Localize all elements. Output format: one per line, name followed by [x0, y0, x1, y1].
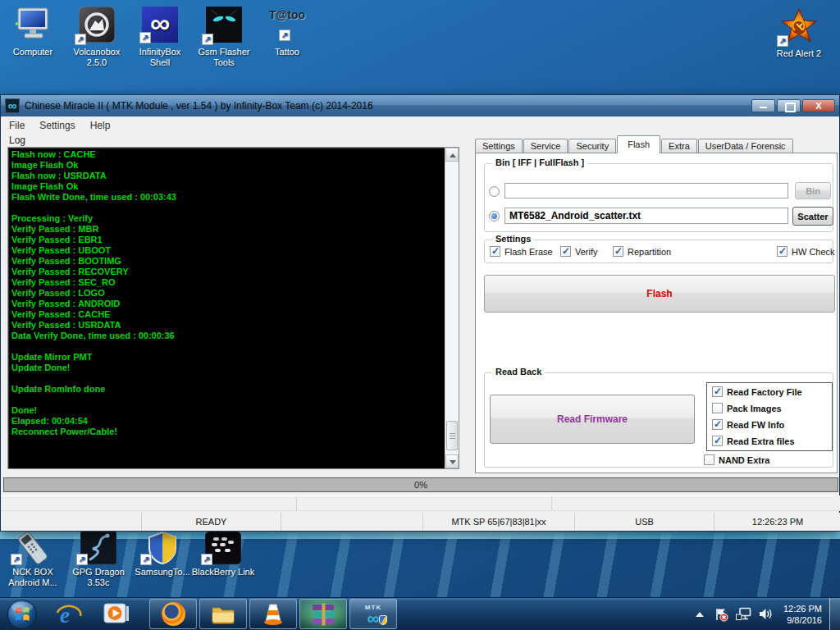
desktop-icon-label: Gsm Flasher Tools: [192, 47, 256, 68]
bin-radio[interactable]: [489, 186, 500, 197]
checkbox-read-extra-files[interactable]: Read Extra files: [712, 436, 795, 446]
scrollbar-thumb[interactable]: [446, 421, 458, 450]
verify-checkbox-icon[interactable]: [560, 246, 571, 257]
desktop-icon-label: Volcanobox 2.5.0: [65, 47, 129, 68]
checkbox-pack-images[interactable]: Pack Images: [712, 403, 782, 413]
titlebar[interactable]: ∞ Chinese Miracle II ( MTK Module , ver …: [1, 95, 839, 116]
taskbar-button-firefox[interactable]: [149, 599, 197, 629]
log-line: Verify Passed : RECOVERY: [11, 267, 443, 277]
tab-service[interactable]: Service: [523, 139, 568, 153]
tab-settings[interactable]: Settings: [475, 139, 523, 153]
desktop-icon-red-alert-2[interactable]: ↗ Red Alert 2: [767, 8, 831, 59]
taskbar-button-vlc[interactable]: [249, 599, 297, 629]
scatter-button[interactable]: Scatter: [792, 207, 833, 226]
desktop-icon-nck-box[interactable]: ↗ NCK BOX Android M...: [1, 532, 65, 588]
taskbar-icon-internet-explorer[interactable]: e: [52, 600, 85, 629]
bin-file-input[interactable]: [504, 183, 788, 199]
menu-item-file[interactable]: File: [1, 120, 32, 131]
read-factory-file-checkbox-icon[interactable]: [712, 386, 723, 397]
taskbar-button-mtk-flash-tool[interactable]: MTK ∞: [349, 599, 397, 629]
tab-security[interactable]: Security: [568, 139, 616, 153]
folder-icon: [211, 604, 235, 625]
taskbar-icon-media-player[interactable]: [100, 600, 133, 629]
maximize-button[interactable]: [777, 99, 801, 112]
window-title: Chinese Miracle II ( MTK Module , ver 1.…: [25, 100, 750, 112]
taskbar-button-winrar[interactable]: [299, 599, 347, 629]
action-center-flag-icon[interactable]: [714, 607, 728, 622]
checkbox-read-fw-info[interactable]: Read FW Info: [712, 419, 784, 430]
scatter-radio[interactable]: [489, 211, 500, 221]
log-line: Verify Passed : EBR1: [11, 235, 443, 245]
taskbar-button-explorer[interactable]: [199, 599, 247, 629]
desktop-icon-tattoo[interactable]: T@too ↗ Tattoo: [255, 7, 319, 57]
bin-button[interactable]: Bin: [795, 182, 831, 199]
shortcut-arrow-icon: ↗: [75, 34, 86, 45]
desktop: Computer ↗ Volcanobox 2.5.0 ∞ ↗ Infinity…: [0, 0, 840, 630]
tab-flash[interactable]: Flash: [617, 135, 660, 153]
checkbox-flash-erase[interactable]: Flash Erase: [490, 246, 553, 257]
read-extra-files-checkbox-icon[interactable]: [712, 436, 723, 446]
pack-images-checkbox-icon[interactable]: [712, 403, 723, 413]
scatter-file-input[interactable]: [504, 208, 788, 224]
tray-expand-icon[interactable]: [696, 612, 704, 617]
desktop-icon-samsung-tool[interactable]: ↗ SamsungTo...: [130, 532, 194, 578]
log-line: Update Done!: [11, 363, 443, 373]
checkbox-read-factory-file[interactable]: Read Factory File: [712, 386, 802, 397]
tab-extra[interactable]: Extra: [661, 139, 697, 153]
read-firmware-button[interactable]: Read Firmware: [490, 395, 695, 444]
log-line: Image Flash Ok: [11, 160, 443, 171]
nand-extra-checkbox-icon[interactable]: [704, 454, 714, 465]
tab-control: Settings Service Security Flash Extra Us…: [475, 135, 838, 473]
show-desktop-button[interactable]: [829, 598, 840, 630]
app-window: ∞ Chinese Miracle II ( MTK Module , ver …: [0, 94, 840, 532]
blackberry-icon: ↗: [203, 532, 243, 564]
progress-bar: 0%: [3, 477, 838, 492]
network-icon[interactable]: [736, 607, 751, 621]
tray-clock-date: 9/8/2016: [783, 614, 822, 626]
desktop-icon-blackberry-link[interactable]: ↗ BlackBerry Link: [191, 532, 255, 578]
log-line: Processing : Verify: [11, 213, 443, 224]
tattoo-icon: T@too ↗: [267, 7, 307, 44]
desktop-icon-computer[interactable]: Computer: [1, 7, 65, 57]
close-button[interactable]: [802, 99, 835, 112]
infinity-glyph: ∞: [150, 7, 170, 39]
read-fw-info-checkbox-icon[interactable]: [712, 419, 723, 430]
flash-erase-label: Flash Erase: [504, 247, 553, 257]
scroll-up-icon[interactable]: [445, 148, 459, 162]
menu-item-settings[interactable]: Settings: [32, 120, 82, 131]
log-scrollbar[interactable]: [445, 148, 459, 468]
tab-userdata-forensic[interactable]: UserData / Forensic: [698, 139, 793, 153]
log-line: Reconnect Power/Cable!: [11, 427, 443, 437]
desktop-icon-gpg-dragon[interactable]: ↗ GPG Dragon 3.53c: [66, 532, 130, 588]
log-line: Flash now : CACHE: [11, 149, 443, 160]
checkbox-verify[interactable]: Verify: [560, 246, 598, 257]
status-bar: READY MTK SP 65|67|83|81|xx USB 12:26:23…: [1, 513, 840, 531]
tray-clock[interactable]: 12:26 PM 9/8/2016: [783, 603, 822, 626]
desktop-icon-infinitybox-shell[interactable]: ∞ ↗ InfinityBox Shell: [128, 7, 192, 68]
checkbox-nand-extra[interactable]: NAND Extra: [704, 454, 769, 465]
desktop-icon-volcanobox[interactable]: ↗ Volcanobox 2.5.0: [65, 7, 129, 68]
bin-group-legend: Bin [ IFF | FullFlash ]: [492, 158, 587, 167]
repartition-checkbox-icon[interactable]: [613, 246, 623, 257]
start-button[interactable]: [7, 599, 38, 630]
minimize-button[interactable]: [751, 99, 775, 112]
log-line: Data Verify Done, time used : 00:00:36: [11, 331, 443, 341]
winrar-icon: [311, 602, 336, 627]
hw-check-checkbox-icon[interactable]: [777, 246, 788, 257]
flash-button[interactable]: Flash: [484, 275, 835, 313]
volume-icon[interactable]: [759, 608, 773, 620]
settings-group-legend: Settings: [492, 234, 534, 244]
menubar: File Settings Help: [1, 116, 839, 134]
shortcut-arrow-icon: ↗: [140, 554, 152, 565]
desktop-icon-label: Tattoo: [255, 47, 319, 57]
checkbox-repartition[interactable]: Repartition: [613, 246, 671, 257]
menu-item-help[interactable]: Help: [83, 120, 118, 131]
system-tray: 12:26 PM 9/8/2016: [696, 598, 840, 630]
bin-groupbox: Bin [ IFF | FullFlash ] Bin Scatter: [484, 163, 833, 232]
checkbox-hw-check[interactable]: HW Check: [777, 246, 835, 257]
read-factory-file-label: Read Factory File: [727, 387, 802, 397]
scroll-down-icon[interactable]: [445, 454, 459, 468]
infinitybox-icon: ∞ ↗: [140, 7, 180, 44]
flash-erase-checkbox-icon[interactable]: [490, 246, 500, 257]
desktop-icon-gsm-flasher-tools[interactable]: ↗ Gsm Flasher Tools: [192, 7, 256, 68]
